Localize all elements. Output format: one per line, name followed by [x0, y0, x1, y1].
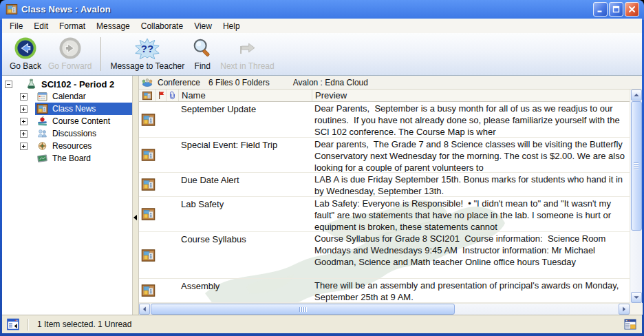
magnifier-icon: [191, 35, 213, 61]
sidebar-item-the-board[interactable]: The Board: [2, 152, 132, 165]
sidebar-item-label: Discussions: [51, 129, 98, 138]
go-back-button[interactable]: Go Back: [6, 35, 45, 75]
go-forward-button[interactable]: Go Forward: [45, 35, 95, 75]
sidebar-item-resources[interactable]: Resources: [2, 140, 132, 152]
status-text: 1 Item selected. 1 Unread: [37, 319, 131, 329]
people-icon: [36, 128, 48, 139]
conference-label: Conference: [158, 78, 200, 87]
expand-plus-icon[interactable]: [20, 130, 28, 138]
preview-column-header[interactable]: Preview: [312, 90, 630, 101]
message-name: September Update: [178, 102, 312, 137]
collapse-minus-icon[interactable]: [5, 81, 12, 88]
window-title: Class News : Avalon: [21, 4, 590, 14]
pane-splitter[interactable]: [133, 76, 139, 315]
menu-collaborate[interactable]: Collaborate: [136, 19, 189, 33]
paperclip-icon: [169, 91, 176, 100]
title-bar[interactable]: Class News : Avalon: [2, 0, 642, 19]
sidebar-item-label: Course Content: [51, 116, 111, 126]
message-rows: September Update Dear Parents, September…: [139, 102, 630, 303]
menu-format[interactable]: Format: [54, 19, 91, 33]
bulletin-board-icon: [141, 148, 155, 162]
scroll-left-button[interactable]: [139, 304, 150, 315]
vertical-scroll-thumb[interactable]: [631, 101, 642, 231]
message-name: Lab Safety: [178, 197, 312, 231]
scroll-down-button[interactable]: [631, 292, 642, 303]
scroll-right-button[interactable]: [619, 304, 630, 315]
bulletin-board-icon: [141, 249, 155, 262]
message-burst-icon: [132, 35, 162, 61]
window-layout-icon[interactable]: [624, 318, 636, 330]
message-to-teacher-label: Message to Teacher: [110, 61, 184, 71]
window-controls: [593, 2, 639, 17]
message-row[interactable]: Assembly There will be an assembly and p…: [139, 279, 630, 303]
message-preview: Course Syllabus for Grade 8 SCI201 Cours…: [312, 232, 630, 278]
message-preview: Dear Parents, September is a busy month …: [312, 102, 630, 137]
message-list-pane: Conference 6 Files 0 Folders Avalon : Ed…: [139, 76, 642, 315]
go-back-label: Go Back: [10, 61, 41, 71]
horizontal-scroll-thumb[interactable]: [151, 304, 455, 315]
message-name: Course Syllabus: [178, 232, 312, 278]
green-board-icon: [36, 153, 48, 164]
menu-file[interactable]: File: [4, 19, 28, 33]
flask-icon: [25, 78, 37, 90]
expand-plus-icon[interactable]: [20, 118, 28, 125]
message-name: Assembly: [178, 279, 312, 302]
name-column-header[interactable]: Name: [178, 90, 312, 101]
sidebar-item-calendar[interactable]: Calendar: [2, 90, 132, 103]
menu-help[interactable]: Help: [217, 19, 246, 33]
bulletin-board-icon: [141, 207, 155, 221]
sidebar-root-label: SCI102 - Period 2: [40, 79, 116, 90]
find-label: Find: [195, 61, 211, 71]
message-row[interactable]: Due Date Alert LAB A is due Friday Septe…: [139, 173, 630, 197]
message-row[interactable]: Lab Safety Lab Safety: Everyone is Respo…: [139, 197, 630, 232]
message-preview: Lab Safety: Everyone is Responsible! • "…: [312, 197, 630, 231]
collapse-pane-arrow-icon[interactable]: [133, 215, 137, 220]
menu-edit[interactable]: Edit: [28, 19, 54, 33]
go-forward-label: Go Forward: [48, 61, 92, 71]
sidebar-item-sci102[interactable]: SCI102 - Period 2: [2, 78, 132, 90]
sidebar-item-label: Class News: [51, 104, 97, 114]
menu-view[interactable]: View: [189, 19, 217, 33]
panel-toggle-icon[interactable]: [7, 318, 19, 330]
message-row[interactable]: September Update Dear Parents, September…: [139, 102, 630, 138]
close-button[interactable]: [625, 2, 639, 17]
menu-message[interactable]: Message: [91, 19, 136, 33]
calendar-icon: [36, 91, 48, 102]
horizontal-scrollbar[interactable]: [139, 303, 630, 315]
message-to-teacher-button[interactable]: Message to Teacher: [107, 35, 188, 75]
toolbar-separator: [100, 37, 101, 71]
expand-plus-icon[interactable]: [20, 105, 28, 113]
sidebar-item-discussions[interactable]: Discussions: [2, 127, 132, 140]
vertical-scrollbar[interactable]: [630, 90, 642, 315]
minimize-button[interactable]: [593, 2, 608, 17]
horizontal-scroll-track[interactable]: [150, 304, 619, 315]
find-button[interactable]: Find: [188, 35, 217, 75]
scroll-up-button[interactable]: [631, 90, 642, 101]
bulletin-board-icon: [141, 284, 155, 297]
expand-plus-icon[interactable]: [20, 143, 28, 150]
books-apple-icon: [36, 116, 48, 127]
message-row[interactable]: Special Event: Field Trip Dear parents, …: [139, 138, 630, 173]
main-area: SCI102 - Period 2 Calendar Class News: [2, 76, 642, 315]
message-preview: There will be an assembly and presentati…: [312, 279, 630, 302]
expand-plus-icon[interactable]: [20, 93, 28, 101]
attachment-column-header[interactable]: [166, 90, 178, 101]
sidebar-item-label: The Board: [51, 154, 92, 163]
go-back-icon: [14, 35, 37, 61]
flag-column-header[interactable]: [155, 90, 166, 101]
message-row[interactable]: Course Syllabus Course Syllabus for Grad…: [139, 232, 630, 279]
next-in-thread-button[interactable]: Next in Thread: [217, 35, 278, 75]
vertical-scroll-track[interactable]: [631, 101, 642, 292]
client-area: File Edit Format Message Collaborate Vie…: [2, 19, 642, 333]
item-type-column-header[interactable]: [139, 90, 155, 101]
scrollbar-corner: [630, 303, 643, 315]
sidebar-item-class-news[interactable]: Class News: [2, 103, 132, 115]
sidebar-item-label: Resources: [51, 141, 93, 151]
compass-icon: [36, 140, 48, 151]
conference-people-icon: [141, 77, 153, 88]
app-window: Class News : Avalon File Edit Format Mes…: [0, 0, 644, 336]
maximize-button[interactable]: [609, 2, 623, 17]
bulletin-board-icon: [141, 178, 155, 191]
sidebar-item-course-content[interactable]: Course Content: [2, 115, 132, 127]
message-preview: LAB A is due Friday September 15th. Bonu…: [312, 173, 630, 196]
